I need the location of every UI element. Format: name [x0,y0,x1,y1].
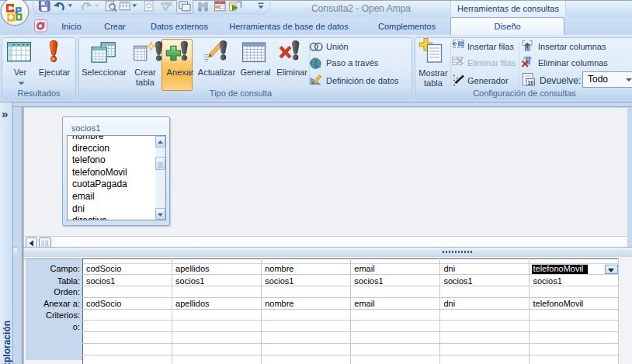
svg-text:ABC: ABC [161,0,174,7]
